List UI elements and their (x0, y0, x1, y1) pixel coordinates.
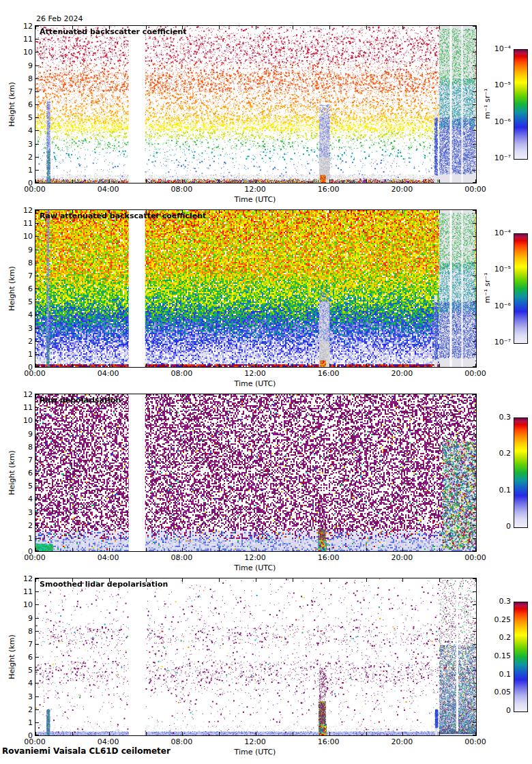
x-tick-label: 16:00 (318, 369, 340, 378)
y-tick-label: 7 (15, 640, 33, 649)
x-tick-label: 20:00 (391, 185, 413, 194)
y-tick-label: 3 (15, 140, 33, 149)
x-tick-label: 00:00 (464, 553, 486, 562)
colorbar-tick-label: 0.15 (481, 651, 511, 660)
x-tick-label: 00:00 (464, 737, 486, 746)
colorbar-tick-label: 0.2 (481, 633, 511, 642)
x-tick-label: 08:00 (171, 737, 192, 746)
y-axis-label: Height (km) (8, 258, 17, 319)
y-tick-label: 3 (15, 508, 33, 517)
x-tick-label: 04:00 (98, 369, 119, 378)
instrument-label: Rovaniemi Vaisala CL61D ceilometer (2, 746, 171, 756)
y-tick-label: 7 (15, 271, 33, 280)
x-tick-label: 00:00 (24, 553, 46, 562)
plot-canvas-2 (35, 210, 476, 367)
y-tick-label: 4 (15, 310, 33, 319)
x-tick-label: 16:00 (318, 553, 340, 562)
plot-panel-2: Raw attenuated backscatter coefficient (35, 209, 477, 368)
colorbar-tick-label: 0 (481, 706, 511, 715)
x-axis-label: Time (UTC) (235, 379, 276, 388)
x-tick-label: 04:00 (98, 737, 119, 746)
colorbar-tick-label: 0.2 (481, 449, 511, 458)
plot-canvas-1 (35, 26, 476, 183)
plot-panel-3: Raw depolarisation (35, 394, 477, 552)
x-tick-label: 00:00 (464, 369, 486, 378)
panel-title: Smoothed lidar depolarisation (40, 580, 168, 589)
y-tick-label: 11 (15, 219, 33, 228)
y-tick-label: 6 (15, 653, 33, 662)
y-tick-label: 8 (15, 627, 33, 636)
y-tick-label: 7 (15, 87, 33, 96)
colorbar (514, 49, 528, 160)
y-tick-label: 9 (15, 430, 33, 439)
y-tick-label: 5 (15, 113, 33, 122)
colorbar-tick-label: 0.05 (481, 688, 511, 696)
y-axis-label: Height (km) (8, 626, 17, 688)
colorbar (514, 602, 528, 712)
y-tick-label: 10 (15, 600, 33, 609)
y-tick-label: 4 (15, 495, 33, 503)
y-tick-label: 10 (15, 416, 33, 425)
colorbar-unit-label: m⁻¹ sr⁻¹ (483, 76, 492, 131)
plot-canvas-3 (35, 394, 476, 551)
y-tick-label: 7 (15, 456, 33, 465)
y-tick-label: 11 (15, 587, 33, 596)
y-tick-label: 6 (15, 469, 33, 478)
panel-title: Attenuated backscatter coefficient (40, 27, 187, 36)
y-tick-label: 1 (15, 718, 33, 727)
colorbar-tick-label: 10⁻⁷ (481, 338, 511, 347)
x-tick-label: 00:00 (24, 185, 46, 194)
x-tick-label: 08:00 (171, 369, 192, 378)
y-tick-label: 3 (15, 324, 33, 333)
x-tick-label: 20:00 (391, 369, 413, 378)
y-tick-label: 9 (15, 614, 33, 623)
y-tick-label: 1 (15, 534, 33, 543)
x-tick-label: 04:00 (98, 185, 119, 194)
x-tick-label: 20:00 (391, 553, 413, 562)
plot-panel-1: Attenuated backscatter coefficient (35, 25, 477, 183)
x-tick-label: 00:00 (464, 185, 486, 194)
colorbar-tick-label: 0 (481, 522, 511, 531)
y-tick-label: 2 (15, 153, 33, 162)
x-tick-label: 04:00 (98, 553, 119, 562)
x-tick-label: 16:00 (318, 185, 340, 194)
y-tick-label: 3 (15, 692, 33, 701)
y-tick-label: 4 (15, 126, 33, 135)
y-tick-label: 2 (15, 705, 33, 714)
ceilometer-quicklook-page: 26 Feb 2024 Attenuated backscatter coeff… (0, 0, 532, 764)
x-tick-label: 16:00 (318, 737, 340, 746)
y-tick-label: 12 (15, 22, 33, 31)
y-tick-label: 12 (15, 574, 33, 583)
x-tick-label: 12:00 (244, 369, 266, 378)
x-axis-label: Time (UTC) (235, 195, 276, 204)
panel-title: Raw depolarisation (40, 396, 121, 405)
x-tick-label: 08:00 (171, 553, 192, 562)
colorbar (514, 417, 528, 528)
y-tick-label: 11 (15, 35, 33, 44)
plot-canvas-4 (35, 578, 476, 735)
y-tick-label: 8 (15, 443, 33, 452)
colorbar-unit-label: m⁻¹ sr⁻¹ (483, 261, 492, 315)
plot-panel-4: Smoothed lidar depolarisation (35, 578, 477, 736)
y-tick-label: 4 (15, 679, 33, 688)
x-tick-label: 12:00 (244, 553, 266, 562)
y-tick-label: 1 (15, 166, 33, 175)
colorbar-tick-label: 0.3 (481, 413, 511, 422)
y-tick-label: 6 (15, 284, 33, 293)
y-tick-label: 12 (15, 206, 33, 215)
colorbar-tick-label: 10⁻⁴ (481, 44, 511, 53)
y-tick-label: 2 (15, 337, 33, 346)
y-tick-label: 8 (15, 259, 33, 267)
y-tick-label: 10 (15, 232, 33, 241)
y-tick-label: 1 (15, 350, 33, 359)
x-axis-label: Time (UTC) (235, 563, 276, 572)
colorbar (514, 233, 528, 344)
y-tick-label: 11 (15, 403, 33, 412)
colorbar-tick-label: 0.25 (481, 615, 511, 624)
x-tick-label: 12:00 (244, 185, 266, 194)
colorbar-tick-label: 0.3 (481, 597, 511, 606)
x-tick-label: 08:00 (171, 185, 192, 194)
y-tick-label: 5 (15, 297, 33, 306)
x-tick-label: 00:00 (24, 369, 46, 378)
y-tick-label: 6 (15, 100, 33, 109)
